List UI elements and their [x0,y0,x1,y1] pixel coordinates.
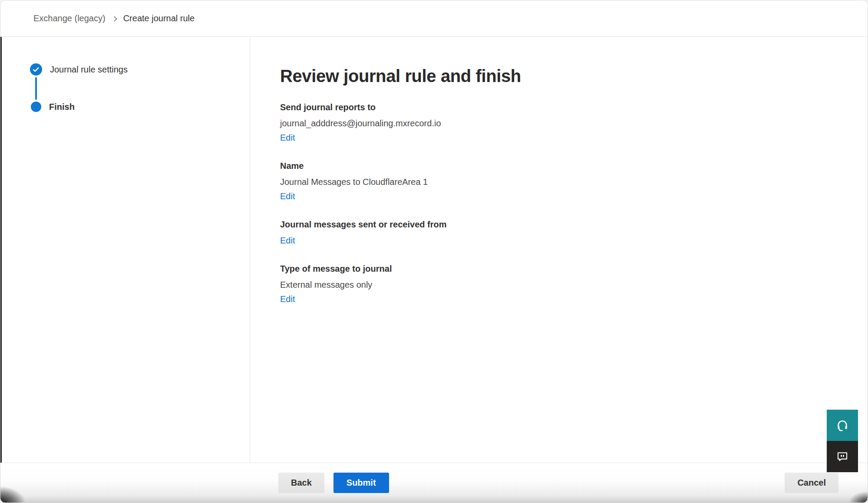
step-completed-check-icon [30,63,42,76]
section-name: Name Journal Messages to CloudflareArea … [280,160,868,202]
section-send-journal-reports-to: Send journal reports to journal_adddress… [280,101,868,144]
wizard-step-label: Finish [49,102,75,112]
field-label: Journal messages sent or received from [280,218,868,230]
footer-left-buttons: Back Submit [278,473,389,493]
section-journal-messages-scope: Journal messages sent or received from E… [280,218,868,247]
breadcrumb: Exchange (legacy) Create journal rule [33,13,195,23]
page-title: Review journal rule and finish [280,65,868,87]
chevron-right-icon [112,16,117,22]
wizard-step-label: Journal rule settings [50,65,128,75]
help-button-stack [827,410,858,472]
exchange-admin-window: Exchange (legacy) Create journal rule Jo… [0,0,868,503]
section-message-type: Type of message to journal External mess… [280,263,868,305]
submit-button[interactable]: Submit [333,473,389,493]
wizard-steps-pane: Journal rule settings Finish [0,37,250,464]
footer-action-bar: Back Submit Cancel [0,463,868,503]
support-button[interactable] [827,410,858,441]
wizard-step-finish[interactable]: Finish [30,102,250,112]
feedback-icon [836,450,849,463]
edit-message-type-link[interactable]: Edit [280,293,295,305]
body-row: Journal rule settings Finish Review jour… [0,37,868,464]
feedback-button[interactable] [827,441,858,472]
field-value: External messages only [280,279,868,291]
field-label: Name [280,160,868,172]
left-edge-strip [0,37,2,463]
breadcrumb-exchange-legacy-link[interactable]: Exchange (legacy) [33,13,106,23]
breadcrumb-current-page: Create journal rule [123,13,195,23]
field-label: Send journal reports to [280,101,868,113]
back-button[interactable]: Back [278,473,324,493]
cancel-button[interactable]: Cancel [785,473,838,493]
headset-icon [835,418,849,432]
wizard-step-connector [35,77,37,100]
step-current-dot-icon [31,102,41,112]
header-bar: Exchange (legacy) Create journal rule [0,0,868,37]
wizard-step-journal-rule-settings[interactable]: Journal rule settings [30,63,250,76]
field-value: journal_adddress@journaling.mxrecord.io [280,117,868,129]
edit-name-link[interactable]: Edit [280,190,295,202]
review-content-pane: Review journal rule and finish Send jour… [250,37,868,464]
edit-journal-scope-link[interactable]: Edit [280,234,295,247]
field-value: Journal Messages to CloudflareArea 1 [280,176,868,188]
field-label: Type of message to journal [280,263,868,275]
edit-send-journal-reports-link[interactable]: Edit [280,132,295,144]
